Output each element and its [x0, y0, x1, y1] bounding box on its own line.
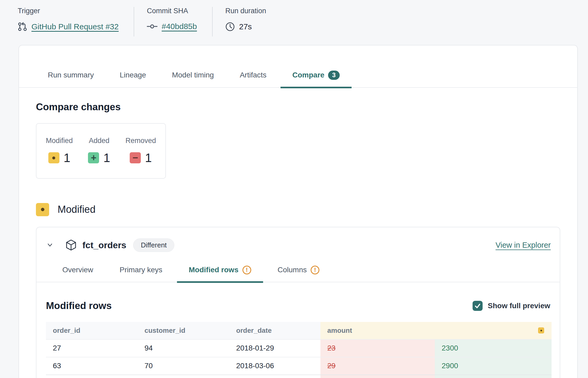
duration-label: Run duration: [225, 7, 266, 15]
summary-removed: Removed − 1: [125, 137, 156, 165]
summary-added: Added + 1: [88, 137, 110, 165]
cell-amount-old: [320, 375, 435, 378]
modified-section-header: Modified: [36, 203, 577, 216]
meta-divider: [134, 7, 134, 36]
cell-order-id: [46, 375, 138, 378]
model-card-header: fct_orders Different View in Explorer: [36, 227, 560, 252]
tab-label: Columns: [278, 266, 307, 274]
col-amount: amount: [320, 322, 552, 339]
cell-customer-id: [138, 375, 229, 378]
compare-changes-heading: Compare changes: [36, 102, 577, 113]
duration-section: Run duration 27s: [225, 7, 266, 40]
tab-label: Modified rows: [189, 266, 239, 274]
tab-label: Overview: [62, 266, 93, 274]
table-row: 63 70 2018-03-06 29 2900: [46, 357, 552, 375]
compare-summary-card: Modified 1 Added + 1 Removed − 1: [36, 123, 166, 179]
commit-icon: [147, 23, 157, 30]
tab-lineage[interactable]: Lineage: [108, 71, 158, 88]
tab-run-summary[interactable]: Run summary: [36, 71, 106, 88]
meta-divider: [212, 7, 213, 36]
trigger-section: Trigger GitHub Pull Request #32: [18, 7, 121, 40]
modified-section-icon: [36, 203, 49, 216]
modified-section-title: Modified: [58, 204, 96, 215]
cell-order-id: 27: [46, 339, 138, 357]
tab-label: Lineage: [120, 71, 146, 79]
modified-rows-header: Modified rows Show full preview: [46, 300, 550, 311]
tab-label: Compare: [292, 71, 324, 79]
tab-overview[interactable]: Overview: [50, 266, 105, 283]
model-card-fct-orders: fct_orders Different View in Explorer Ov…: [36, 227, 560, 378]
modified-icon: [48, 152, 59, 163]
trigger-label: Trigger: [18, 7, 121, 15]
model-tabs: Overview Primary keys Modified rows ! Co…: [36, 266, 560, 282]
cell-order-date: 2018-01-29: [229, 339, 320, 357]
tab-label: Artifacts: [240, 71, 267, 79]
cell-amount-new: 2900: [435, 357, 552, 375]
added-count: 1: [103, 151, 110, 165]
summary-removed-label: Removed: [125, 137, 156, 145]
table-header-row: order_id customer_id order_date amount: [46, 322, 552, 339]
compare-count-badge: 3: [328, 71, 339, 80]
tab-compare[interactable]: Compare 3: [281, 71, 352, 88]
duration-value: 27s: [239, 22, 252, 31]
modified-rows-heading: Modified rows: [46, 300, 112, 311]
warning-icon: !: [311, 266, 319, 274]
run-detail-card: Run summary Lineage Model timing Artifac…: [18, 45, 578, 378]
chevron-down-icon[interactable]: [46, 241, 54, 249]
run-tabs: Run summary Lineage Model timing Artifac…: [19, 71, 577, 88]
commit-label: Commit SHA: [147, 7, 199, 15]
cell-customer-id: 70: [138, 357, 229, 375]
tab-columns[interactable]: Columns !: [266, 266, 331, 283]
toggle-label: Show full preview: [488, 302, 550, 310]
cell-amount-old: 29: [320, 357, 435, 375]
tab-label: Run summary: [48, 71, 94, 79]
removed-count: 1: [145, 151, 152, 165]
col-amount-label: amount: [327, 326, 352, 334]
cell-order-id: 63: [46, 357, 138, 375]
cell-customer-id: 94: [138, 339, 229, 357]
model-name: fct_orders: [82, 240, 126, 250]
modified-count: 1: [64, 151, 71, 165]
pull-request-icon: [18, 22, 27, 31]
tab-artifacts[interactable]: Artifacts: [228, 71, 278, 88]
cell-amount-old: 23: [320, 339, 435, 357]
commit-sha-link[interactable]: #40bd85b: [162, 22, 197, 31]
tab-model-timing[interactable]: Model timing: [160, 71, 226, 88]
modified-rows-table: order_id customer_id order_date amount 2…: [46, 322, 552, 378]
modified-column-badge: [538, 328, 544, 334]
tab-label: Model timing: [172, 71, 214, 79]
cell-order-date: 2018-03-06: [229, 357, 320, 375]
checkbox-checked-icon[interactable]: [473, 301, 483, 311]
summary-modified: Modified 1: [46, 137, 73, 165]
removed-icon: −: [130, 152, 141, 163]
clock-icon: [225, 22, 235, 31]
cell-amount-new: 2300: [435, 339, 552, 357]
warning-icon: !: [242, 266, 251, 274]
table-row-partial: [46, 375, 552, 378]
view-in-explorer-link[interactable]: View in Explorer: [496, 241, 551, 250]
tab-primary-keys[interactable]: Primary keys: [108, 266, 174, 283]
summary-modified-label: Modified: [46, 137, 73, 145]
cell-amount-new: [435, 375, 552, 378]
show-full-preview-toggle[interactable]: Show full preview: [473, 301, 550, 311]
commit-section: Commit SHA #40bd85b: [147, 7, 199, 40]
tab-modified-rows[interactable]: Modified rows !: [177, 266, 263, 283]
col-order-id: order_id: [46, 322, 138, 339]
status-pill: Different: [133, 238, 174, 252]
table-row: 27 94 2018-01-29 23 2300: [46, 339, 552, 357]
summary-added-label: Added: [89, 137, 109, 145]
trigger-link[interactable]: GitHub Pull Request #32: [31, 22, 119, 31]
col-customer-id: customer_id: [138, 322, 229, 339]
added-icon: +: [88, 152, 99, 163]
package-icon: [66, 239, 77, 251]
cell-order-date: [229, 375, 320, 378]
col-order-date: order_date: [229, 322, 320, 339]
run-meta-bar: Trigger GitHub Pull Request #32 Commit S…: [0, 0, 588, 40]
tab-label: Primary keys: [120, 266, 162, 274]
